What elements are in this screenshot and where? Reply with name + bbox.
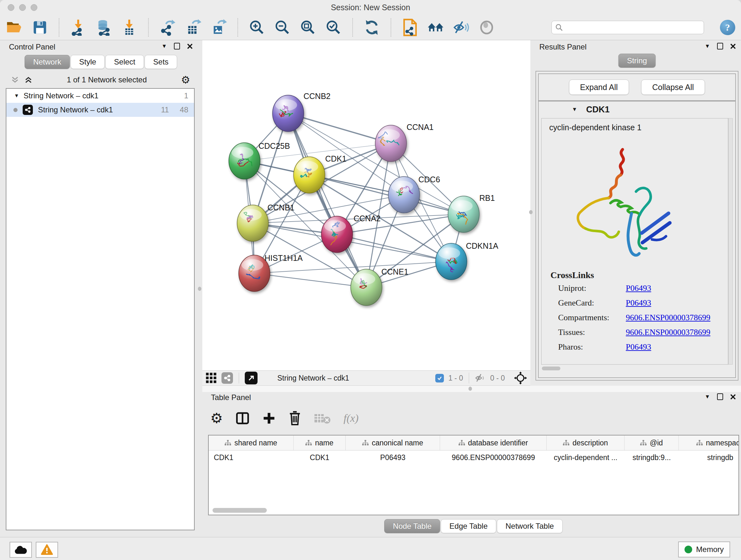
toolbar-separator bbox=[352, 18, 353, 37]
node-RB1[interactable] bbox=[448, 196, 479, 233]
column-header-shared-name[interactable]: shared name bbox=[209, 435, 293, 450]
save-session-icon[interactable] bbox=[31, 18, 49, 37]
table-horizontal-scroll-thumb[interactable] bbox=[212, 508, 267, 513]
tab-style[interactable]: Style bbox=[71, 55, 105, 69]
node-CCNA1[interactable] bbox=[375, 125, 407, 162]
export-table-icon[interactable] bbox=[185, 18, 202, 37]
network-share-icon[interactable] bbox=[221, 372, 233, 384]
crosslink-link[interactable]: P06493 bbox=[626, 342, 651, 352]
search-input[interactable] bbox=[566, 23, 700, 32]
left-splitter-handle[interactable] bbox=[198, 287, 201, 291]
tab-network[interactable]: Network bbox=[24, 55, 70, 69]
footer-separator bbox=[239, 373, 239, 383]
collapse-all-networks-icon[interactable] bbox=[11, 76, 19, 84]
table-options-gear-icon[interactable]: ⚙ bbox=[210, 411, 223, 425]
node-CCNA2[interactable] bbox=[321, 216, 353, 253]
tree-expand-icon[interactable]: ▼ bbox=[14, 93, 19, 99]
delete-column-icon[interactable] bbox=[288, 411, 301, 426]
expand-all-button[interactable]: Expand All bbox=[569, 79, 629, 95]
network-canvas[interactable]: CCNB2CCNA1CDC25BCDK1CDC6RB1CCNB1CCNA2CDK… bbox=[202, 40, 530, 370]
node-CDC6[interactable] bbox=[388, 177, 420, 213]
column-header-database-identifier[interactable]: database identifier bbox=[440, 435, 547, 450]
crosslink-link[interactable]: P06493 bbox=[626, 298, 651, 308]
first-neighbors-icon[interactable] bbox=[427, 18, 444, 37]
fit-selected-crosshair-icon[interactable] bbox=[514, 371, 527, 385]
collapse-all-button[interactable]: Collapse All bbox=[641, 79, 705, 95]
node-label-CDC25B: CDC25B bbox=[259, 141, 290, 150]
node-CCNE1[interactable] bbox=[351, 269, 382, 306]
network-row[interactable]: String Network – cdk1 11 48 bbox=[6, 103, 194, 117]
close-panel-icon[interactable] bbox=[187, 44, 193, 49]
table-panel: Table Panel ▼ ⚙ f(x) shared namenamecano… bbox=[206, 392, 741, 537]
import-network-database-icon[interactable] bbox=[95, 18, 112, 37]
column-header-label: name bbox=[315, 439, 333, 447]
column-header-namespace[interactable]: namespace bbox=[679, 435, 739, 450]
node-CCNB2[interactable] bbox=[273, 95, 304, 132]
export-image-icon[interactable] bbox=[210, 18, 227, 37]
zoom-selected-icon[interactable] bbox=[325, 18, 342, 37]
collapse-panel-icon[interactable]: ▼ bbox=[704, 394, 710, 400]
column-header-description[interactable]: description bbox=[547, 435, 624, 450]
tab-string[interactable]: String bbox=[618, 54, 656, 68]
refresh-icon[interactable] bbox=[363, 18, 381, 37]
tab-node-table[interactable]: Node Table bbox=[384, 519, 440, 533]
crosslink-link[interactable]: 9606.ENSP00000378699 bbox=[626, 313, 711, 322]
zoom-in-icon[interactable] bbox=[248, 18, 266, 37]
edge-HIST1H1A-CCNE1[interactable] bbox=[254, 273, 366, 287]
results-vertical-scrollbar[interactable] bbox=[728, 118, 733, 365]
zoom-fit-icon[interactable] bbox=[299, 18, 317, 37]
detach-view-icon[interactable] bbox=[245, 372, 258, 384]
node-CDC25B[interactable] bbox=[229, 143, 260, 179]
zoom-out-icon[interactable] bbox=[274, 18, 291, 37]
column-header-name[interactable]: name bbox=[293, 435, 346, 450]
help-button[interactable]: ? bbox=[720, 20, 735, 35]
show-all-eye-icon[interactable] bbox=[478, 18, 495, 37]
results-horizontal-scroll-thumb[interactable] bbox=[542, 367, 560, 370]
tab-edge-table[interactable]: Edge Table bbox=[441, 519, 496, 533]
import-table-icon[interactable] bbox=[121, 18, 138, 37]
memory-button[interactable]: Memory bbox=[678, 542, 730, 557]
import-network-file-icon[interactable] bbox=[70, 18, 87, 37]
clear-table-icon[interactable] bbox=[314, 412, 331, 424]
table-row[interactable]: CDK1CDK1P064939606.ENSP00000378699cyclin… bbox=[209, 450, 738, 464]
node-gloss bbox=[240, 209, 262, 221]
selected-checkbox-icon[interactable] bbox=[435, 374, 444, 382]
column-header-@id[interactable]: @id bbox=[624, 435, 679, 450]
search-field[interactable] bbox=[551, 21, 704, 34]
open-session-icon[interactable] bbox=[6, 18, 23, 37]
node-CCNB1[interactable] bbox=[237, 205, 268, 241]
tab-select[interactable]: Select bbox=[105, 55, 144, 69]
birds-eye-view-icon[interactable] bbox=[205, 372, 217, 384]
node-table[interactable]: shared namenamecanonical namedatabase id… bbox=[208, 435, 739, 515]
node-CDKN1A[interactable] bbox=[435, 243, 467, 280]
right-splitter-handle[interactable] bbox=[529, 210, 533, 214]
function-builder-icon[interactable]: f(x) bbox=[343, 412, 358, 424]
tab-network-table[interactable]: Network Table bbox=[497, 519, 562, 533]
warnings-button[interactable] bbox=[36, 542, 58, 558]
crosslink-link[interactable]: 9606.ENSP00000378699 bbox=[626, 327, 711, 337]
expand-all-networks-icon[interactable] bbox=[24, 76, 32, 84]
float-panel-icon[interactable] bbox=[174, 43, 180, 50]
network-options-gear-icon[interactable]: ⚙ bbox=[181, 74, 190, 86]
hide-selected-eye-icon[interactable] bbox=[453, 18, 470, 37]
section-expand-icon[interactable]: ▼ bbox=[572, 106, 577, 113]
splitter-handle[interactable] bbox=[468, 387, 472, 391]
tab-sets[interactable]: Sets bbox=[145, 55, 177, 69]
string-export-document-icon[interactable] bbox=[401, 18, 419, 37]
float-panel-icon[interactable] bbox=[717, 393, 723, 400]
collapse-panel-icon[interactable]: ▼ bbox=[704, 43, 710, 50]
crosslink-link[interactable]: P06493 bbox=[626, 284, 651, 293]
create-column-icon[interactable] bbox=[262, 412, 276, 425]
edge-CCNA2-CDKN1A[interactable] bbox=[337, 234, 451, 261]
gene-section-header[interactable]: ▼ CDK1 bbox=[539, 102, 735, 118]
node-CDK1[interactable] bbox=[293, 157, 325, 193]
export-network-icon[interactable] bbox=[159, 18, 176, 37]
column-header-canonical-name[interactable]: canonical name bbox=[346, 435, 440, 450]
cloud-button[interactable] bbox=[10, 542, 32, 558]
close-panel-icon[interactable] bbox=[730, 394, 736, 400]
network-collection-row[interactable]: ▼ String Network – cdk1 1 bbox=[6, 89, 194, 103]
collapse-panel-icon[interactable]: ▼ bbox=[161, 43, 167, 50]
float-panel-icon[interactable] bbox=[717, 43, 723, 50]
show-columns-icon[interactable] bbox=[235, 411, 250, 425]
close-panel-icon[interactable] bbox=[730, 44, 736, 49]
